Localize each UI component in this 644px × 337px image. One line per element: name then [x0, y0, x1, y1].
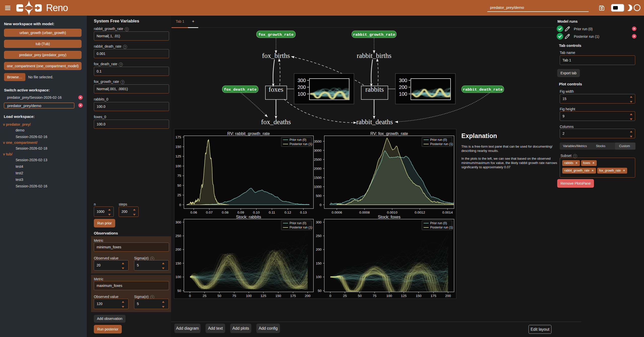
svg-text:0.0014: 0.0014 [442, 211, 453, 214]
svg-text:200: 200 [316, 248, 321, 251]
svg-text:50: 50 [318, 289, 321, 293]
svg-text:75: 75 [373, 294, 376, 298]
svg-text:1000: 1000 [314, 185, 321, 189]
svg-text:fox_death_rate: fox_death_rate [224, 87, 257, 92]
svg-text:200: 200 [175, 248, 181, 251]
svg-text:300: 300 [175, 220, 181, 224]
svg-text:50: 50 [217, 294, 221, 298]
svg-text:rabbit_growth_rate: rabbit_growth_rate [353, 32, 395, 37]
svg-text:250: 250 [316, 234, 321, 238]
svg-text:0: 0 [179, 203, 181, 207]
svg-text:Posterior run (1): Posterior run (1) [290, 226, 312, 229]
svg-text:0.10: 0.10 [253, 211, 260, 214]
svg-text:fox_births: fox_births [262, 52, 290, 59]
svg-text:RV: rabbit_growth_rate: RV: rabbit_growth_rate [227, 131, 270, 136]
svg-text:150: 150 [316, 261, 321, 265]
svg-text:0.13: 0.13 [300, 211, 307, 214]
svg-text:Posterior run (1): Posterior run (1) [430, 142, 453, 146]
svg-text:75: 75 [232, 294, 236, 298]
svg-text:0.07: 0.07 [206, 211, 213, 214]
svg-text:fox_growth_rate: fox_growth_rate [258, 32, 294, 37]
svg-text:0.06: 0.06 [190, 211, 197, 214]
svg-text:0: 0 [189, 294, 191, 298]
svg-text:25: 25 [177, 193, 181, 197]
svg-text:rabbit_death_rate: rabbit_death_rate [463, 87, 503, 92]
svg-text:300: 300 [399, 78, 407, 83]
svg-text:75: 75 [177, 174, 181, 178]
svg-text:25: 25 [343, 294, 347, 298]
svg-text:2500: 2500 [314, 158, 321, 161]
svg-text:Stock: foxes: Stock: foxes [378, 215, 400, 219]
svg-text:2000: 2000 [314, 167, 321, 171]
svg-text:100: 100 [246, 294, 252, 298]
svg-text:125: 125 [261, 294, 266, 298]
svg-text:fox_deaths: fox_deaths [261, 118, 291, 126]
svg-text:50: 50 [177, 184, 181, 187]
svg-text:50: 50 [358, 294, 361, 298]
svg-text:250: 250 [175, 234, 181, 238]
svg-text:100: 100 [175, 164, 181, 168]
svg-text:100: 100 [399, 91, 407, 97]
svg-text:200: 200 [298, 84, 306, 90]
svg-text:500: 500 [316, 194, 321, 198]
svg-text:Prior run (0): Prior run (0) [290, 221, 306, 225]
svg-text:150: 150 [175, 261, 181, 265]
svg-text:200: 200 [399, 84, 407, 90]
svg-text:0.0010: 0.0010 [387, 211, 397, 214]
svg-text:Prior run (0): Prior run (0) [430, 138, 447, 142]
svg-text:300: 300 [316, 220, 321, 224]
svg-text:rabbit_births: rabbit_births [357, 52, 391, 59]
svg-text:0.11: 0.11 [269, 211, 275, 214]
svg-text:1500: 1500 [314, 176, 321, 180]
svg-text:175: 175 [431, 294, 436, 298]
svg-text:25: 25 [203, 294, 206, 298]
svg-text:rabbit_deaths: rabbit_deaths [356, 118, 393, 126]
svg-text:Posterior run (1): Posterior run (1) [430, 226, 453, 229]
svg-text:300: 300 [298, 78, 306, 83]
svg-text:3000: 3000 [314, 149, 321, 152]
svg-text:0.09: 0.09 [237, 211, 244, 214]
svg-text:Prior run (0): Prior run (0) [290, 138, 306, 142]
svg-text:175: 175 [290, 294, 296, 298]
svg-text:150: 150 [416, 294, 422, 298]
svg-text:100: 100 [298, 91, 306, 97]
svg-text:200: 200 [445, 294, 451, 298]
svg-text:Posterior run (1): Posterior run (1) [290, 142, 312, 146]
svg-text:175: 175 [175, 135, 181, 139]
svg-text:Prior run (0): Prior run (0) [430, 221, 447, 225]
svg-text:0: 0 [329, 294, 331, 298]
svg-text:200: 200 [305, 294, 311, 298]
svg-text:0.0008: 0.0008 [359, 211, 370, 214]
svg-text:150: 150 [175, 145, 181, 149]
svg-text:125: 125 [175, 154, 181, 158]
svg-text:0.0012: 0.0012 [415, 211, 425, 214]
svg-text:150: 150 [275, 294, 281, 298]
svg-text:125: 125 [401, 294, 407, 298]
svg-text:RV: fox_growth_rate: RV: fox_growth_rate [370, 131, 408, 136]
svg-text:50: 50 [177, 289, 181, 293]
svg-text:Stock: rabbits: Stock: rabbits [236, 215, 261, 219]
svg-text:3500: 3500 [314, 140, 321, 143]
svg-text:0.0006: 0.0006 [332, 211, 342, 214]
svg-text:foxes: foxes [269, 86, 283, 93]
svg-text:0.08: 0.08 [222, 211, 228, 214]
svg-text:0.12: 0.12 [285, 211, 291, 214]
svg-text:100: 100 [316, 275, 321, 279]
svg-text:rabbits: rabbits [365, 86, 384, 93]
svg-text:0: 0 [319, 203, 321, 207]
svg-text:100: 100 [386, 294, 392, 298]
svg-text:100: 100 [175, 275, 181, 279]
